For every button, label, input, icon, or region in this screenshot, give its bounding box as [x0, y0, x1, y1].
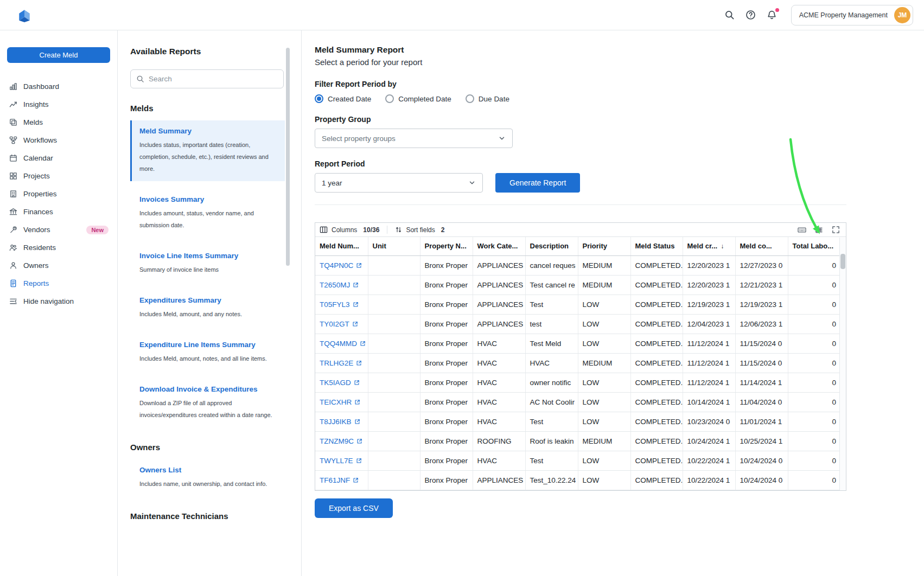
column-header[interactable]: Total Labo...: [788, 237, 840, 255]
property-group-label: Property Group: [315, 115, 924, 124]
radio-option[interactable]: Due Date: [466, 94, 509, 103]
column-header[interactable]: Priority: [578, 237, 630, 255]
meld-number: TQQ4MMD: [320, 340, 357, 348]
notification-dot: [775, 8, 779, 12]
cell-meld-status: COMPLETED.: [630, 412, 683, 431]
sidebar-item[interactable]: Vendors New: [0, 221, 117, 239]
cell-unit: [368, 451, 420, 470]
report-item[interactable]: Download Invoice & Expenditures Download…: [130, 379, 285, 427]
cell-work-category: ROOFING: [473, 431, 525, 451]
meld-link[interactable]: TK5IAGD: [320, 379, 360, 387]
sidebar-item[interactable]: Workflows: [0, 131, 117, 149]
meld-link[interactable]: TWYLL7E: [320, 457, 362, 465]
cell-unit: [368, 295, 420, 314]
column-header[interactable]: Meld Num...: [315, 237, 368, 255]
columns-icon: [320, 226, 328, 234]
sidebar-item[interactable]: Dashboard: [0, 78, 117, 95]
meld-link[interactable]: TF61JNF: [320, 476, 359, 484]
panel-title: Available Reports: [130, 47, 301, 56]
cell-meld-created: 10/22/2024 1: [683, 470, 735, 490]
section-divider: [315, 204, 846, 205]
table-row: T05FYL3 Bronx Proper APPLIANCES Test LOW…: [315, 295, 840, 314]
sidebar-item-label: Melds: [23, 118, 43, 126]
create-meld-button[interactable]: Create Meld: [7, 47, 110, 63]
meld-number: TWYLL7E: [320, 457, 353, 465]
report-item[interactable]: Expenditures Summary Includes Meld, amou…: [130, 290, 285, 327]
sort-fields-menu[interactable]: Sort fields 2: [395, 226, 444, 234]
sidebar-item[interactable]: Finances: [0, 203, 117, 221]
report-item-description: Includes Meld, amount, and any notes.: [139, 308, 276, 320]
report-search-input[interactable]: [149, 75, 278, 83]
property-group-placeholder: Select property groups: [322, 135, 396, 143]
account-menu[interactable]: ACME Property Management JM: [791, 5, 913, 25]
table-scrollbar-thumb[interactable]: [840, 254, 845, 269]
cell-total-labor: 0: [788, 353, 840, 373]
view-options-icon[interactable]: [813, 225, 825, 235]
property-group-select[interactable]: Select property groups: [315, 129, 513, 148]
cell-unit: [368, 392, 420, 412]
meld-link[interactable]: T2650MJ: [320, 281, 359, 289]
panel-scrollbar[interactable]: [286, 48, 290, 266]
cell-meld-status: COMPLETED.: [630, 431, 683, 451]
report-item[interactable]: Invoices Summary Includes amount, status…: [130, 189, 285, 238]
fullscreen-icon[interactable]: [830, 225, 842, 235]
column-header[interactable]: Work Cate...: [473, 237, 525, 255]
report-item[interactable]: Invoice Line Items Summary Summary of in…: [130, 245, 285, 282]
sidebar-item[interactable]: Properties: [0, 185, 117, 203]
cell-work-category: HVAC: [473, 373, 525, 392]
sidebar-item[interactable]: Insights: [0, 95, 117, 113]
radio-option[interactable]: Created Date: [315, 94, 371, 103]
column-header[interactable]: Meld Status: [630, 237, 683, 255]
report-item[interactable]: Owners List Includes name, unit ownershi…: [130, 459, 285, 496]
report-item[interactable]: Meld Summary Includes status, important …: [130, 120, 285, 181]
search-icon[interactable]: [723, 9, 736, 21]
report-item[interactable]: Expenditure Line Items Summary Includes …: [130, 334, 285, 371]
sidebar-item[interactable]: Calendar: [0, 149, 117, 167]
available-reports-panel: Available Reports Melds Meld Summary Inc…: [118, 30, 302, 576]
cell-total-labor: 0: [788, 392, 840, 412]
sidebar-item[interactable]: Projects: [0, 167, 117, 185]
cell-unit: [368, 275, 420, 295]
radio-option[interactable]: Completed Date: [385, 94, 451, 103]
radio-label: Due Date: [479, 95, 509, 103]
meld-link[interactable]: T8JJ6IKB: [320, 418, 360, 426]
cell-unit: [368, 314, 420, 334]
meld-link[interactable]: TQ4PN0C: [320, 261, 362, 270]
sort-direction-icon: ↓: [721, 242, 724, 250]
column-header[interactable]: Description: [525, 237, 578, 255]
help-icon[interactable]: [744, 9, 757, 21]
sidebar-item[interactable]: Owners: [0, 257, 117, 274]
app-logo-icon[interactable]: [17, 8, 31, 22]
external-link-icon: [356, 360, 362, 366]
cell-priority: LOW: [578, 314, 630, 334]
cell-total-labor: 0: [788, 255, 840, 275]
sidebar-item[interactable]: Residents: [0, 239, 117, 257]
report-item-title: Owners List: [139, 466, 277, 474]
notifications-bell-icon[interactable]: [766, 9, 778, 21]
keyboard-shortcuts-icon[interactable]: [796, 225, 808, 235]
meld-link[interactable]: TZNZM9C: [320, 437, 362, 445]
sidebar-item-icon: [9, 172, 17, 181]
sidebar-item[interactable]: Reports: [0, 274, 117, 292]
column-header[interactable]: Meld co...: [735, 237, 788, 255]
generate-report-button[interactable]: Generate Report: [495, 173, 580, 193]
sidebar-item[interactable]: Hide navigation: [0, 292, 117, 310]
meld-link[interactable]: TQQ4MMD: [320, 340, 366, 348]
column-header[interactable]: Meld cr...↓: [683, 237, 735, 255]
owners-report-list: Owners List Includes name, unit ownershi…: [130, 459, 301, 496]
cell-meld-status: COMPLETED.: [630, 353, 683, 373]
report-period-select[interactable]: 1 year: [315, 173, 483, 193]
table-scrollbar-track[interactable]: [839, 238, 846, 490]
export-csv-button[interactable]: Export as CSV: [315, 498, 393, 518]
sort-fields-label: Sort fields: [406, 226, 435, 234]
column-header[interactable]: Unit: [368, 237, 420, 255]
meld-link[interactable]: TRLHG2E: [320, 359, 362, 367]
column-header[interactable]: Property N...: [420, 237, 473, 255]
meld-link[interactable]: TEICXHR: [320, 398, 360, 406]
meld-link[interactable]: T05FYL3: [320, 300, 359, 309]
sidebar-item-label: Workflows: [23, 136, 57, 144]
cell-unit: [368, 373, 420, 392]
sidebar-item[interactable]: Melds: [0, 113, 117, 131]
columns-menu[interactable]: Columns 10/36: [320, 226, 379, 234]
meld-link[interactable]: TY0I2GT: [320, 320, 358, 328]
